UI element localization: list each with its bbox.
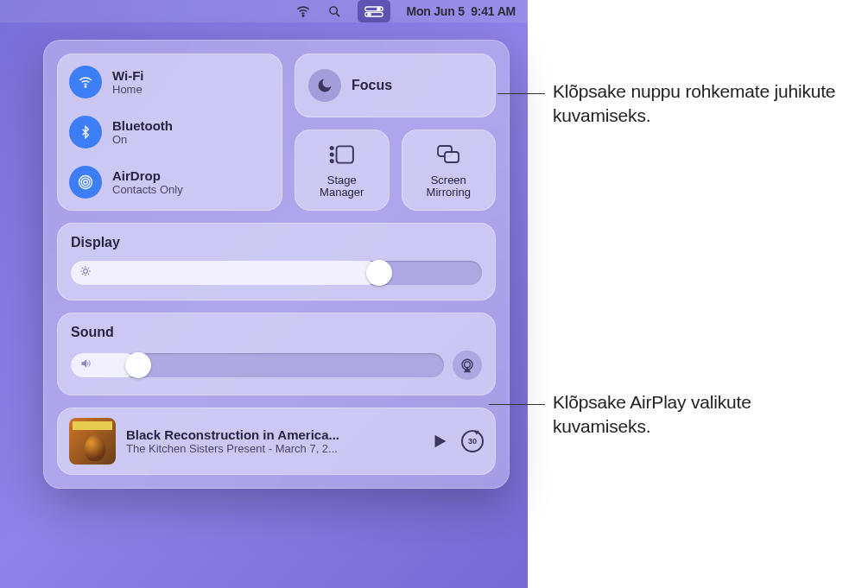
svg-point-27 xyxy=(465,362,471,368)
display-label: Display xyxy=(71,235,482,250)
svg-point-12 xyxy=(330,153,333,155)
svg-point-11 xyxy=(330,147,333,149)
svg-point-9 xyxy=(81,178,90,187)
airdrop-title: AirDrop xyxy=(112,168,183,183)
svg-point-7 xyxy=(85,86,86,88)
focus-label: Focus xyxy=(352,78,392,93)
now-playing-card[interactable]: Black Reconstruction in America... The K… xyxy=(57,408,496,475)
desktop-background: Mon Jun 5 9:41 AM Wi-Fi Home xyxy=(0,0,528,588)
volume-slider[interactable] xyxy=(71,353,444,377)
svg-point-4 xyxy=(377,7,380,9)
svg-point-1 xyxy=(330,6,338,14)
bluetooth-row[interactable]: Bluetooth On xyxy=(69,116,270,149)
control-center-panel: Wi-Fi Home Bluetooth On xyxy=(43,40,510,489)
svg-line-24 xyxy=(82,274,83,275)
svg-rect-16 xyxy=(445,152,459,162)
callout-focus: Klõpsake nuppu rohkemate juhikute kuvami… xyxy=(553,79,864,129)
volume-thumb[interactable] xyxy=(125,352,151,378)
svg-point-0 xyxy=(303,16,305,17)
sound-card[interactable]: Sound xyxy=(57,313,496,395)
callout-line xyxy=(489,404,545,405)
airdrop-icon[interactable] xyxy=(69,166,102,199)
stage-manager-label: StageManager xyxy=(320,174,364,199)
airplay-button[interactable] xyxy=(453,351,482,380)
svg-rect-14 xyxy=(336,146,352,162)
svg-point-6 xyxy=(368,12,371,15)
airdrop-row[interactable]: AirDrop Contacts Only xyxy=(69,166,270,199)
menubar: Mon Jun 5 9:41 AM xyxy=(0,0,528,22)
bluetooth-icon[interactable] xyxy=(69,116,102,149)
wifi-icon[interactable] xyxy=(295,3,311,19)
screen-mirroring-label: ScreenMirroring xyxy=(427,174,471,199)
control-center-icon[interactable] xyxy=(358,0,390,22)
wifi-row[interactable]: Wi-Fi Home xyxy=(69,66,270,98)
svg-line-25 xyxy=(88,268,89,269)
speaker-icon xyxy=(79,357,92,373)
svg-line-2 xyxy=(337,13,340,16)
screen-mirroring-icon xyxy=(435,142,461,168)
wifi-icon[interactable] xyxy=(69,66,102,98)
stage-manager-tile[interactable]: StageManager xyxy=(295,130,390,211)
svg-point-17 xyxy=(84,269,88,274)
media-title: Black Reconstruction in America... xyxy=(126,427,420,442)
sound-label: Sound xyxy=(71,325,482,340)
screen-mirroring-tile[interactable]: ScreenMirroring xyxy=(402,130,497,211)
svg-line-22 xyxy=(82,268,83,269)
svg-line-23 xyxy=(88,274,89,275)
sun-icon xyxy=(79,265,92,281)
brightness-slider[interactable] xyxy=(71,261,482,285)
bluetooth-title: Bluetooth xyxy=(112,118,173,133)
svg-point-8 xyxy=(84,180,88,185)
display-card[interactable]: Display xyxy=(57,223,496,300)
brightness-thumb[interactable] xyxy=(366,260,392,286)
skip-forward-30-icon[interactable]: 30 xyxy=(461,430,484,452)
moon-icon xyxy=(308,69,341,102)
search-icon[interactable] xyxy=(326,3,342,19)
play-icon[interactable] xyxy=(430,432,449,451)
wifi-status: Home xyxy=(112,83,144,96)
media-subtitle: The Kitchen Sisters Present - March 7, 2… xyxy=(126,442,420,455)
svg-point-13 xyxy=(330,160,333,162)
callout-airplay: Klõpsake AirPlay valikute kuvamiseks. xyxy=(553,390,846,439)
callout-line xyxy=(497,93,545,94)
wifi-title: Wi-Fi xyxy=(112,68,144,83)
stage-manager-icon xyxy=(329,142,355,168)
bluetooth-status: On xyxy=(112,133,173,146)
connectivity-card[interactable]: Wi-Fi Home Bluetooth On xyxy=(57,54,282,211)
album-art xyxy=(69,418,116,465)
airdrop-status: Contacts Only xyxy=(112,183,183,196)
focus-card[interactable]: Focus xyxy=(295,54,496,117)
menubar-date[interactable]: Mon Jun 5 9:41 AM xyxy=(406,4,516,18)
